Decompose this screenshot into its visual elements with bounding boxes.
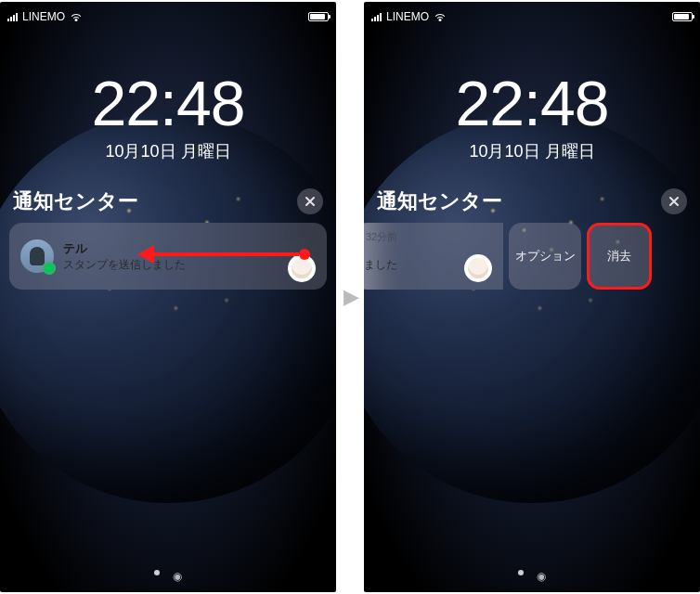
battery-icon: [308, 12, 329, 21]
lockscreen-after: LINEMO 22:48 10月10日 月曜日 通知センター 32分前 ました …: [364, 2, 700, 592]
sticker-icon: [464, 254, 492, 282]
notification-center-title: 通知センター: [13, 187, 138, 215]
date-label: 10月10日 月曜日: [364, 140, 700, 162]
signal-icon: [371, 12, 382, 21]
notification-time: 32分前: [366, 230, 397, 244]
notification-row[interactable]: テル スタンプを送信しました 32分前: [9, 223, 327, 290]
status-bar: LINEMO: [0, 7, 336, 26]
notification-center-title: 通知センター: [377, 187, 502, 215]
battery-icon: [672, 12, 693, 21]
line-badge-icon: [43, 262, 56, 275]
status-bar: LINEMO: [364, 7, 700, 26]
sender-avatar: [20, 239, 54, 273]
notification-row-swiped[interactable]: 32分前 ました オプション 消去: [364, 223, 691, 290]
clear-label: 消去: [607, 248, 631, 265]
lock-clock: 22:48 10月10日 月曜日: [364, 71, 700, 162]
options-button[interactable]: オプション: [509, 223, 581, 290]
camera-icon[interactable]: ◉: [537, 570, 546, 583]
wifi-icon: [434, 12, 447, 21]
carrier-label: LINEMO: [22, 10, 65, 23]
lockscreen-before: LINEMO 22:48 10月10日 月曜日 通知センター テル スタンプを送…: [0, 2, 336, 592]
close-icon: [668, 196, 680, 207]
signal-icon: [7, 12, 18, 21]
camera-icon[interactable]: ◉: [173, 570, 182, 583]
close-icon: [305, 196, 316, 207]
time-label: 22:48: [0, 71, 336, 135]
notification-card[interactable]: テル スタンプを送信しました 32分前: [9, 223, 327, 290]
wallpaper-earth: [0, 113, 336, 503]
notification-center-header: 通知センター: [13, 187, 323, 215]
time-label: 22:48: [364, 71, 700, 135]
wallpaper-earth: [364, 113, 700, 503]
page-indicator: ◉: [0, 570, 336, 583]
notification-body: スタンプを送信しました: [63, 257, 316, 273]
close-button[interactable]: [661, 188, 687, 214]
notification-card-shifted[interactable]: 32分前 ました: [364, 223, 503, 290]
wifi-icon: [70, 12, 83, 21]
transition-arrow-icon: ▶: [344, 285, 356, 309]
options-label: オプション: [515, 248, 576, 265]
notification-center-header: 通知センター: [377, 187, 687, 215]
close-button[interactable]: [297, 188, 323, 214]
carrier-label: LINEMO: [386, 10, 429, 23]
date-label: 10月10日 月曜日: [0, 140, 336, 162]
swipe-gesture-arrow: [152, 252, 310, 256]
lock-clock: 22:48 10月10日 月曜日: [0, 71, 336, 162]
clear-button[interactable]: 消去: [587, 223, 652, 290]
page-indicator: ◉: [364, 570, 700, 583]
notification-time: 32分前: [284, 230, 316, 244]
